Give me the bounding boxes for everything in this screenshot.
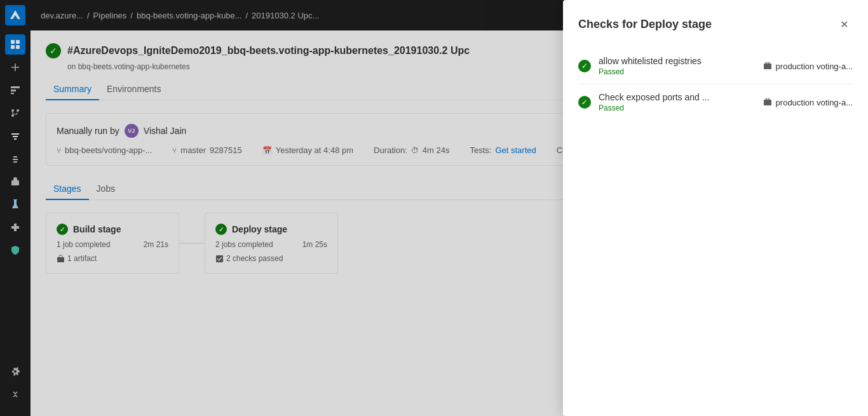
check-env-1: production voting-a...: [763, 62, 853, 71]
checks-panel: Checks for Deploy stage ✕ ✓ allow whitel…: [563, 0, 868, 416]
check-info-2: Check exposed ports and ... Passed: [599, 92, 756, 112]
panel-header: Checks for Deploy stage ✕: [578, 15, 853, 33]
check-info-1: allow whitelisted registries Passed: [599, 56, 756, 76]
panel-title: Checks for Deploy stage: [578, 18, 712, 31]
env-icon-2: [763, 98, 772, 107]
check-env-2: production voting-a...: [763, 98, 853, 107]
check-env-label-1: production voting-a...: [776, 62, 853, 71]
check-status-2: Passed: [599, 104, 756, 112]
env-icon-1: [763, 62, 772, 70]
check-row-1: ✓ allow whitelisted registries Passed pr…: [578, 48, 853, 84]
panel-body: ✓ allow whitelisted registries Passed pr…: [578, 48, 853, 401]
check-success-icon-1: ✓: [578, 60, 591, 72]
check-success-icon-2: ✓: [578, 96, 591, 109]
panel-close-button[interactable]: ✕: [835, 15, 853, 33]
svg-rect-11: [764, 64, 771, 69]
check-env-label-2: production voting-a...: [776, 98, 853, 107]
check-row-2: ✓ Check exposed ports and ... Passed pro…: [578, 84, 853, 120]
check-status-1: Passed: [599, 67, 756, 76]
check-name-1: allow whitelisted registries: [599, 56, 756, 66]
svg-rect-12: [764, 100, 771, 105]
check-name-2: Check exposed ports and ...: [599, 92, 756, 102]
